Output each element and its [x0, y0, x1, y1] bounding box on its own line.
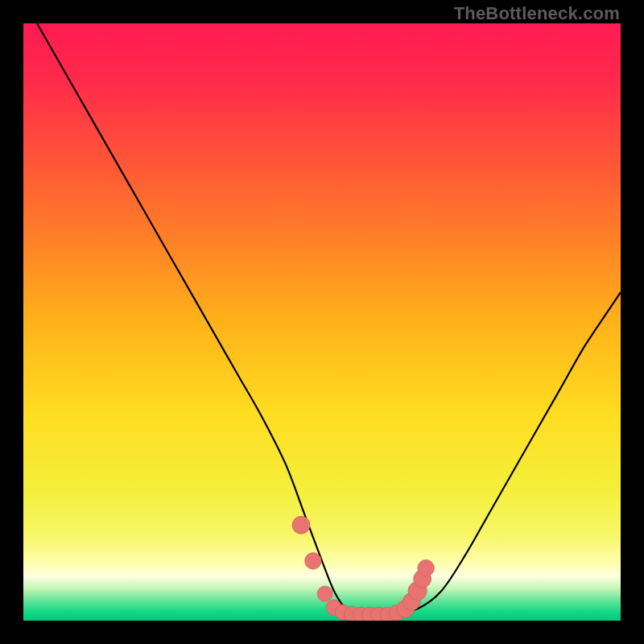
- curve-marker: [292, 516, 310, 534]
- curve-path: [23, 23, 621, 615]
- curve-markers: [292, 516, 434, 621]
- chart-frame: TheBottleneck.com: [0, 0, 644, 644]
- watermark-text: TheBottleneck.com: [454, 3, 620, 24]
- bottleneck-curve: [23, 23, 621, 621]
- curve-marker: [305, 552, 322, 569]
- plot-area: [23, 23, 621, 621]
- curve-marker: [317, 586, 332, 601]
- curve-marker: [418, 559, 435, 576]
